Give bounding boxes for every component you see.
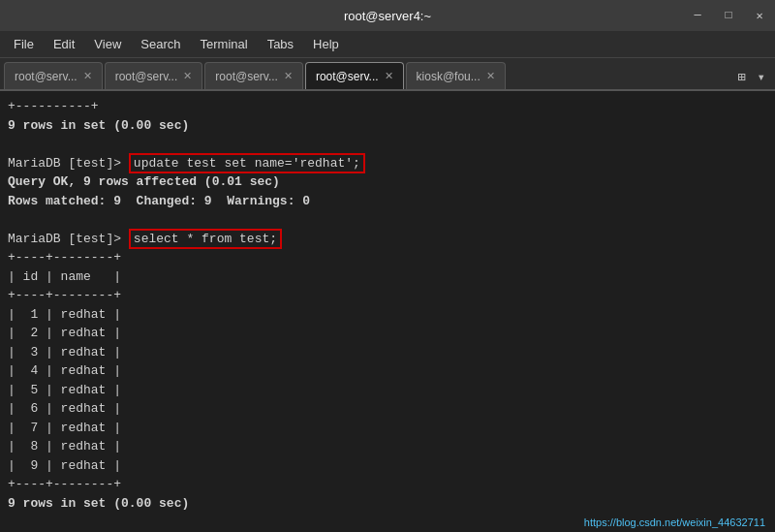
titlebar-controls: ─ □ ✕ — [682, 0, 775, 31]
terminal-line-17: | 6 | redhat | — [8, 399, 767, 419]
cmd-select: select * from test; — [129, 229, 282, 249]
terminal[interactable]: +----------+ 9 rows in set (0.00 sec) Ma… — [0, 91, 775, 532]
tab-5-label: kiosk@fou... — [417, 70, 480, 83]
terminal-line-7 — [8, 210, 767, 230]
prompt-2: MariaDB [test]> — [8, 232, 129, 246]
menu-view[interactable]: View — [84, 35, 131, 53]
terminal-line-10: | id | name | — [8, 267, 767, 287]
tab-actions: ⊞ ▾ — [731, 67, 771, 89]
tabsbar: root@serv... ✕ root@serv... ✕ root@serv.… — [0, 58, 775, 91]
terminal-line-4: MariaDB [test]> update test set name='re… — [8, 154, 767, 173]
tab-4[interactable]: root@serv... ✕ — [305, 62, 404, 89]
maximize-button[interactable]: □ — [713, 0, 744, 31]
tab-3-close[interactable]: ✕ — [284, 70, 293, 82]
tab-4-label: root@serv... — [316, 70, 379, 83]
terminal-line-21: +----+--------+ — [8, 475, 767, 494]
terminal-line-6: Rows matched: 9 Changed: 9 Warnings: 0 — [8, 192, 767, 211]
tab-2[interactable]: root@serv... ✕ — [105, 62, 203, 89]
tab-4-close[interactable]: ✕ — [385, 70, 393, 82]
cmd-update: update test set name='redhat'; — [129, 153, 365, 173]
terminal-line-14: | 3 | redhat | — [8, 343, 767, 362]
tab-3-label: root@serv... — [215, 70, 278, 83]
terminal-line-16: | 5 | redhat | — [8, 381, 767, 400]
menu-help[interactable]: Help — [303, 35, 349, 53]
terminal-line-5: Query OK, 9 rows affected (0.01 sec) — [8, 172, 767, 192]
terminal-line-3 — [8, 135, 767, 154]
tab-3[interactable]: root@serv... ✕ — [204, 62, 303, 89]
new-tab-button[interactable]: ⊞ — [731, 67, 751, 87]
terminal-line-20: | 9 | redhat | — [8, 456, 767, 476]
terminal-line-18: | 7 | redhat | — [8, 419, 767, 438]
menu-file[interactable]: File — [4, 35, 44, 53]
tab-5[interactable]: kiosk@fou... ✕ — [406, 62, 506, 89]
terminal-line-8: MariaDB [test]> select * from test; — [8, 230, 767, 249]
terminal-line-15: | 4 | redhat | — [8, 361, 767, 381]
menu-search[interactable]: Search — [131, 35, 190, 53]
menu-tabs[interactable]: Tabs — [258, 35, 303, 53]
terminal-line-22: 9 rows in set (0.00 sec) — [8, 494, 767, 514]
terminal-line-11: +----+--------+ — [8, 286, 767, 305]
minimize-button[interactable]: ─ — [682, 0, 713, 31]
terminal-line-9: +----+--------+ — [8, 248, 767, 267]
terminal-line-19: | 8 | redhat | — [8, 437, 767, 456]
menu-terminal[interactable]: Terminal — [191, 35, 258, 53]
tab-1-close[interactable]: ✕ — [83, 70, 92, 82]
status-bar: https://blog.csdn.net/weixin_44632711 — [0, 513, 775, 532]
status-link[interactable]: https://blog.csdn.net/weixin_44632711 — [584, 515, 765, 531]
terminal-line-12: | 1 | redhat | — [8, 305, 767, 325]
tab-2-close[interactable]: ✕ — [183, 70, 192, 82]
terminal-line-1: +----------+ — [8, 97, 767, 116]
terminal-line-13: | 2 | redhat | — [8, 324, 767, 343]
titlebar: root@server4:~ ─ □ ✕ — [0, 0, 775, 31]
tab-2-label: root@serv... — [115, 70, 178, 83]
titlebar-title: root@server4:~ — [344, 9, 431, 23]
tab-5-close[interactable]: ✕ — [486, 70, 495, 82]
tab-dropdown-button[interactable]: ▾ — [752, 67, 771, 87]
prompt-1: MariaDB [test]> — [8, 156, 129, 171]
close-button[interactable]: ✕ — [744, 0, 775, 31]
menubar: File Edit View Search Terminal Tabs Help — [0, 31, 775, 58]
tab-1[interactable]: root@serv... ✕ — [4, 62, 103, 89]
tab-1-label: root@serv... — [15, 70, 78, 83]
menu-edit[interactable]: Edit — [44, 35, 84, 53]
terminal-line-2: 9 rows in set (0.00 sec) — [8, 116, 767, 136]
